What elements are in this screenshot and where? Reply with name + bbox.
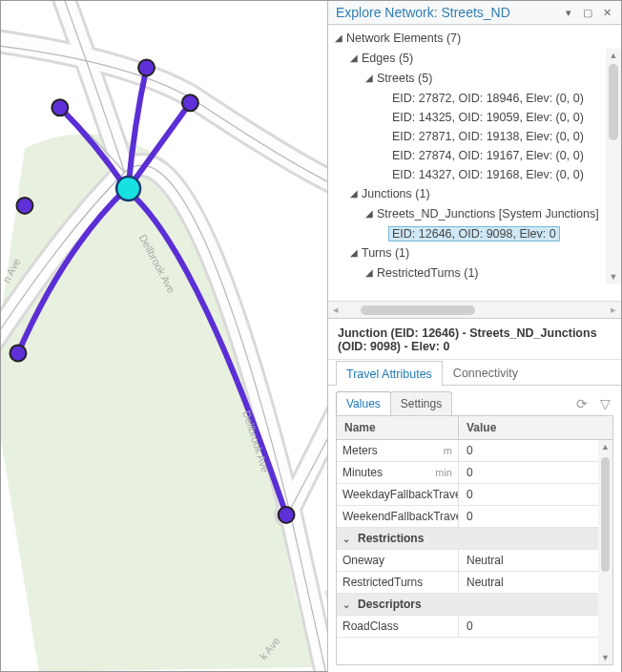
section-descriptors[interactable]: Descriptors (358, 598, 422, 611)
svg-point-6 (10, 345, 26, 361)
svg-point-5 (16, 198, 32, 214)
tab-travel-attributes[interactable]: Travel Attributes (336, 361, 443, 386)
network-elements-tree[interactable]: ◢Network Elements (7) ◢Edges (5) ◢Street… (328, 25, 621, 301)
tree-turns-group[interactable]: Turns (1) (359, 246, 412, 260)
section-restrictions[interactable]: Restrictions (358, 532, 424, 545)
grid-header-name: Name (337, 416, 459, 439)
dropdown-icon[interactable]: ▾ (562, 6, 575, 19)
tree-horizontal-scrollbar[interactable]: ◂ ▸ (328, 301, 621, 318)
svg-point-2 (138, 59, 155, 75)
subtab-values[interactable]: Values (336, 391, 391, 415)
tree-junction-item-selected[interactable]: EID: 12646, OID: 9098, Elev: 0 (389, 227, 559, 241)
grid-header: Name Value (336, 415, 613, 439)
tree-edge-item[interactable]: EID: 14325, OID: 19059, Elev: (0, 0) (389, 111, 587, 124)
svg-point-8 (116, 177, 140, 200)
tree-junctions-group[interactable]: Junctions (1) (359, 187, 433, 200)
attributes-grid[interactable]: Metersm0 Minutesmin0 WeekdayFallbackTrav… (336, 439, 613, 665)
subtab-settings[interactable]: Settings (390, 391, 452, 415)
close-icon[interactable]: ✕ (600, 6, 613, 19)
panel-title: Explore Network: Streets_ND (336, 5, 556, 20)
attribute-tabs: Travel Attributes Connectivity (328, 360, 621, 386)
tab-connectivity[interactable]: Connectivity (443, 360, 529, 385)
tree-edge-item[interactable]: EID: 27871, OID: 19138, Elev: (0, 0) (389, 130, 587, 143)
tree-edge-item[interactable]: EID: 27874, OID: 19167, Elev: (0, 0) (389, 149, 587, 162)
svg-point-7 (279, 507, 295, 523)
refresh-icon[interactable]: ⟳ (573, 395, 591, 412)
svg-point-3 (182, 94, 198, 111)
tree-edge-item[interactable]: EID: 14327, OID: 19168, Elev: (0, 0) (389, 168, 587, 181)
svg-point-4 (52, 99, 68, 116)
filter-icon[interactable]: ▽ (596, 395, 613, 412)
panel-header: Explore Network: Streets_ND ▾ ▢ ✕ (328, 1, 621, 25)
tree-vertical-scrollbar[interactable]: ▲ ▼ (606, 49, 621, 284)
tree-junctions-layer[interactable]: Streets_ND_Junctions [System Junctions] (374, 207, 602, 220)
tree-edges-group[interactable]: Edges (5) (359, 52, 416, 65)
tree-edge-item[interactable]: EID: 27872, OID: 18946, Elev: (0, 0) (389, 92, 587, 105)
grid-vertical-scrollbar[interactable]: ▲ ▼ (598, 440, 612, 664)
tree-root[interactable]: Network Elements (7) (343, 32, 464, 45)
autohide-icon[interactable]: ▢ (581, 6, 594, 19)
explore-network-panel: Explore Network: Streets_ND ▾ ▢ ✕ ◢Netwo… (327, 1, 621, 672)
tree-streets-group[interactable]: Streets (5) (374, 72, 435, 85)
tree-turns-layer[interactable]: RestrictedTurns (1) (374, 266, 482, 280)
grid-header-value: Value (459, 416, 612, 439)
selection-heading: Junction (EID: 12646) - Streets_ND_Junct… (328, 319, 621, 360)
